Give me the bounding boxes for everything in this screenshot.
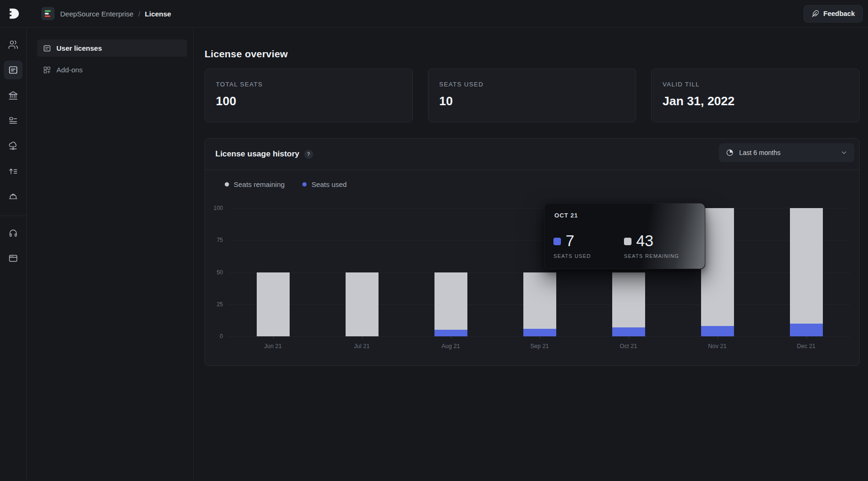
rail-item-cloud-network[interactable] bbox=[4, 137, 23, 155]
license-icon bbox=[8, 65, 18, 75]
chart-column-aug-21: Aug 21 bbox=[406, 208, 495, 336]
top-bar: DeepSource Enterprise / License Feedback bbox=[0, 0, 868, 28]
tooltip-used-value: 7 bbox=[566, 233, 574, 249]
legend-label: Seats used bbox=[311, 180, 347, 188]
x-axis-tick bbox=[718, 336, 718, 339]
used-swatch bbox=[553, 238, 561, 245]
org-avatar[interactable] bbox=[41, 7, 55, 20]
tooltip-remaining-group: 43 bbox=[624, 233, 654, 249]
page-title: License overview bbox=[205, 48, 860, 60]
bar-jul-21[interactable] bbox=[346, 272, 379, 337]
legend-dot bbox=[302, 182, 307, 186]
bar-sep-21[interactable] bbox=[523, 272, 556, 336]
legend-item[interactable]: Seats used bbox=[302, 180, 347, 188]
tooltip-title: OCT 21 bbox=[554, 212, 578, 219]
hard-hat-icon bbox=[8, 192, 18, 202]
seats-remaining-segment bbox=[790, 208, 823, 324]
x-axis-tick bbox=[273, 336, 274, 339]
x-axis-tick bbox=[806, 336, 807, 339]
seats-remaining-segment bbox=[612, 272, 645, 327]
rail-item-support[interactable] bbox=[4, 224, 23, 242]
rail-item-console[interactable] bbox=[4, 249, 23, 268]
seats-remaining-segment bbox=[346, 272, 379, 337]
stat-label: VALID TILL bbox=[663, 81, 848, 88]
y-axis-tick-label: 50 bbox=[204, 269, 223, 276]
settings-sidebar: User licenses Add-ons bbox=[27, 28, 194, 481]
tooltip-used-group: 7 bbox=[553, 233, 574, 249]
breadcrumb-org[interactable]: DeepSource Enterprise bbox=[60, 10, 134, 18]
chart-column-jun-21: Jun 21 bbox=[229, 208, 317, 336]
chart-plot: 0255075100Jun 21Jul 21Aug 21Sep 21Oct 21… bbox=[229, 208, 851, 336]
bar-slots: Jun 21Jul 21Aug 21Sep 21Oct 21Nov 21Dec … bbox=[229, 208, 851, 336]
rail-item-users[interactable] bbox=[4, 35, 23, 54]
rail-item-upgrade[interactable] bbox=[4, 162, 23, 181]
bar-dec-21[interactable] bbox=[790, 208, 823, 336]
usage-panel-title: License usage history bbox=[215, 149, 300, 159]
deepsource-logo-icon bbox=[8, 8, 20, 20]
seats-used-segment bbox=[701, 326, 734, 336]
bar-oct-21[interactable] bbox=[612, 272, 645, 336]
legend-dot bbox=[225, 182, 229, 186]
breadcrumb-page: License bbox=[145, 10, 171, 18]
rail-item-audit-log[interactable] bbox=[4, 111, 23, 130]
x-axis-label: Nov 21 bbox=[673, 343, 762, 349]
icon-rail bbox=[0, 28, 27, 481]
sidebar-item-user-licenses[interactable]: User licenses bbox=[37, 39, 187, 57]
bar-nov-21[interactable] bbox=[701, 208, 734, 336]
x-axis-tick bbox=[362, 336, 363, 339]
x-axis-label: Oct 21 bbox=[584, 343, 673, 349]
feedback-label: Feedback bbox=[823, 10, 855, 17]
audit-log-icon bbox=[8, 116, 18, 126]
x-axis-tick bbox=[451, 336, 451, 339]
x-axis-label: Dec 21 bbox=[762, 343, 851, 349]
remaining-swatch bbox=[624, 238, 631, 245]
legend-item[interactable]: Seats remaining bbox=[225, 180, 284, 188]
stat-card-valid-till: VALID TILL Jan 31, 2022 bbox=[651, 69, 860, 122]
sort-up-icon bbox=[8, 166, 18, 177]
rail-item-license[interactable] bbox=[4, 61, 23, 79]
main-content: License overview TOTAL SEATS 100 SEATS U… bbox=[194, 28, 868, 481]
org-avatar-bar-red bbox=[45, 16, 50, 17]
feedback-button[interactable]: Feedback bbox=[804, 5, 863, 23]
bank-icon bbox=[8, 90, 18, 101]
tooltip-used-label: SEATS USED bbox=[553, 253, 591, 259]
stat-cards: TOTAL SEATS 100 SEATS USED 10 VALID TILL… bbox=[205, 69, 860, 122]
chevron-down-icon bbox=[840, 149, 848, 156]
y-axis-tick-label: 0 bbox=[204, 333, 223, 340]
tooltip-remaining-value: 43 bbox=[636, 233, 654, 249]
org-avatar-bar-green bbox=[45, 10, 51, 12]
stat-card-total-seats: TOTAL SEATS 100 bbox=[205, 69, 413, 122]
stat-card-seats-used: SEATS USED 10 bbox=[428, 69, 636, 122]
seats-used-segment bbox=[612, 327, 645, 336]
seats-remaining-segment bbox=[523, 272, 556, 329]
time-period-icon bbox=[726, 148, 734, 157]
browser-window-icon bbox=[8, 253, 18, 264]
breadcrumb: DeepSource Enterprise / License bbox=[60, 10, 171, 18]
sidebar-item-label: Add-ons bbox=[56, 66, 83, 74]
legend-label: Seats remaining bbox=[234, 180, 284, 188]
help-icon[interactable]: ? bbox=[304, 150, 313, 159]
cloud-network-icon bbox=[8, 141, 18, 151]
chart-legend: Seats remainingSeats used bbox=[225, 180, 859, 188]
bar-jun-21[interactable] bbox=[257, 272, 290, 337]
y-axis-tick-label: 25 bbox=[204, 301, 223, 308]
date-range-value: Last 6 months bbox=[739, 149, 781, 156]
chart-column-jul-21: Jul 21 bbox=[317, 208, 406, 336]
x-axis-label: Aug 21 bbox=[406, 343, 495, 349]
users-icon bbox=[8, 39, 18, 50]
grid-plus-icon bbox=[43, 66, 51, 74]
usage-panel-header: License usage history ? Last 6 months bbox=[205, 139, 859, 170]
date-range-dropdown[interactable]: Last 6 months bbox=[719, 143, 854, 162]
chart-tooltip: OCT 21 7 43 SEATS USED SEATS REMAINING bbox=[544, 203, 705, 269]
license-doc-icon bbox=[43, 44, 51, 53]
x-axis-tick bbox=[540, 336, 540, 339]
rail-item-maintenance[interactable] bbox=[4, 187, 23, 206]
app-logo[interactable] bbox=[0, 8, 27, 20]
x-axis-label: Jul 21 bbox=[317, 343, 406, 349]
seats-used-segment bbox=[523, 329, 556, 336]
sidebar-item-label: User licenses bbox=[56, 44, 102, 52]
bar-aug-21[interactable] bbox=[434, 272, 467, 336]
seats-remaining-segment bbox=[701, 208, 734, 326]
rail-item-organization[interactable] bbox=[4, 86, 23, 105]
sidebar-item-add-ons[interactable]: Add-ons bbox=[37, 61, 187, 78]
